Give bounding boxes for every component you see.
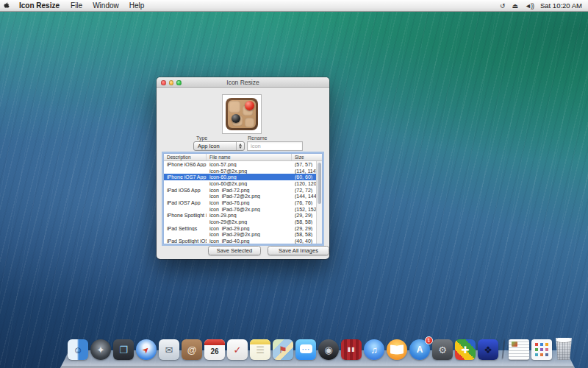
dock-separator [501,338,505,360]
menu-window[interactable]: Window [87,0,124,11]
table-cell: icon-29@2x.png [207,219,292,224]
table-row[interactable]: icon_iPad-72@2x.png(144, 144) [164,193,322,199]
menu-clock[interactable]: Sat 10:20 AM [537,1,588,10]
mission-control-icon[interactable]: ❐ [113,339,134,360]
app-menus: Icon ResizeFileWindowHelp [13,0,149,11]
window-title: Icon Resize [157,79,329,86]
gears-app-glyph: ⚙ [438,345,447,355]
red-checker [245,101,254,110]
mission-control-glyph: ❐ [119,345,128,355]
messages-icon[interactable]: ⋯ [295,339,316,360]
launchpad-icon[interactable]: ✦ [90,339,111,360]
contacts-icon[interactable]: @ [182,339,202,360]
blueprint-app-icon[interactable]: ❖ [478,339,498,360]
volume-icon[interactable]: ◄)) [521,2,537,10]
icon-preview-well [222,94,262,134]
table-cell: icon_iPad-72.png [207,188,292,193]
type-label: Type [196,135,207,141]
column-header-filename[interactable]: File name [207,154,292,160]
notes-icon[interactable]: ☰ [250,339,270,360]
table-cell: iPhone iOS6 App [164,162,207,167]
popup-stepper-icon [236,142,244,150]
table-row[interactable]: iPhone iOS7 Appicon-60.png(60, 60) [164,174,322,180]
window-titlebar[interactable]: Icon Resize [157,77,329,88]
table-cell: iPad iOS7 App [164,200,207,205]
table-cell: icon-57@2x.png [207,169,292,174]
itunes-icon[interactable]: ♫ [364,339,384,360]
rename-placeholder: icon [251,143,261,149]
menu-status-icons: ↺⏏◄)) [496,2,537,10]
type-popup-button[interactable]: App Icon [193,141,245,151]
app-store-icon[interactable]: A1 [409,339,430,360]
close-button[interactable] [161,80,166,85]
gears-app-icon[interactable]: ⚙ [432,339,453,360]
table-scrollbar-thumb[interactable] [318,163,321,204]
launchpad-glyph: ✦ [97,345,105,355]
reminders-glyph: ✓ [234,345,242,355]
table-cell: iPhone Spotlight i… [164,213,207,218]
table-cell: iPad Settings [164,226,207,231]
safari-icon[interactable]: ➤ [136,339,157,360]
calendar-icon[interactable]: 26 [204,339,225,360]
table-row[interactable]: iPad iOS7 Appicon_iPad-76.png(76, 76) [164,199,322,206]
textedit-document-icon[interactable] [509,339,529,360]
column-header-description[interactable]: Description [164,154,207,160]
maps-icon[interactable]: ⚑ [273,339,293,360]
mail-icon[interactable]: ✉ [159,339,179,360]
table-body: iPhone iOS6 Appicon-57.png(57, 57)icon-5… [164,161,322,244]
table-cell: icon_iPad-76.png [207,200,292,205]
table-row[interactable]: iPhone Spotlight i…icon-29.png(29, 29) [164,213,322,219]
eject-icon[interactable]: ⏏ [509,2,522,10]
table-row[interactable]: iPad iOS6 Appicon_iPad-72.png(72, 72) [164,187,322,194]
table-row[interactable]: iPad Settingsicon_iPad-29.png(29, 29) [164,225,322,232]
minimize-button[interactable] [169,80,174,85]
table-row[interactable]: icon_iPad-29@2x.png(58, 58) [164,232,322,238]
table-cell: icon-60.png [207,174,292,180]
apple-menu-icon[interactable] [0,0,13,11]
messages-glyph: ⋯ [302,345,310,353]
table-cell: icon-29.png [207,213,292,218]
table-row[interactable]: iPad Spotlight iOS 7icon_iPad-40.png(40,… [164,238,322,244]
finder-icon[interactable]: ☺ [68,339,88,360]
app-store-glyph: A [417,345,423,354]
icon-table: Description File name Size iPhone iOS6 A… [163,153,323,244]
table-header: Description File name Size [164,154,322,161]
table-cell: icon_iPad-29@2x.png [207,232,292,237]
contacts-glyph: @ [187,345,196,355]
trash-icon[interactable] [554,338,573,360]
table-row[interactable]: icon_iPad-76@2x.png(152, 152) [164,206,322,213]
photo-booth-icon[interactable]: ▮▮ [341,339,362,360]
calendar-glyph: 26 [210,348,218,355]
rename-input[interactable]: icon [247,141,303,151]
menu-help[interactable]: Help [124,0,150,11]
black-checker [232,114,240,123]
table-cell: iPhone iOS7 App [164,174,207,180]
table-row[interactable]: icon-57@2x.png(114, 114) [164,168,322,174]
icon-resize-window: Icon Resize Type Rename App Icon icon De… [157,77,329,259]
table-scrollbar[interactable] [316,161,322,244]
safari-glyph: ➤ [141,344,151,355]
game-sticks-app-icon[interactable]: ✚ [455,339,476,360]
app-store-badge: 1 [425,336,433,344]
itunes-glyph: ♫ [370,345,378,355]
save-selected-button[interactable]: Save Selected [208,246,261,255]
table-cell: iPad iOS6 App [164,188,207,193]
ibooks-icon[interactable] [387,339,407,360]
menu-file[interactable]: File [65,0,87,11]
menu-icon-resize[interactable]: Icon Resize [13,0,65,11]
table-cell: icon_iPad-29.png [207,226,292,231]
time-machine-icon[interactable]: ↺ [496,2,509,10]
table-row[interactable]: icon-29@2x.png(58, 58) [164,219,322,225]
downloads-stack-icon[interactable] [531,339,552,360]
table-cell: icon_iPad-76@2x.png [207,207,292,212]
app-icon-artwork [226,98,258,130]
dock: ☺✦❐➤✉@26✓☰⚑⋯◉▮▮♫A1⚙✚❖ [68,338,573,360]
zoom-button[interactable] [176,80,182,85]
facetime-icon[interactable]: ◉ [318,339,339,360]
table-row[interactable]: iPhone iOS6 Appicon-57.png(57, 57) [164,161,322,168]
table-row[interactable]: icon-60@2x.png(120, 120) [164,180,322,187]
menu-bar: Icon ResizeFileWindowHelp ↺⏏◄)) Sat 10:2… [0,0,588,12]
column-header-size[interactable]: Size [292,154,322,160]
reminders-icon[interactable]: ✓ [227,339,248,360]
save-all-images-button[interactable]: Save All Images [268,246,329,255]
